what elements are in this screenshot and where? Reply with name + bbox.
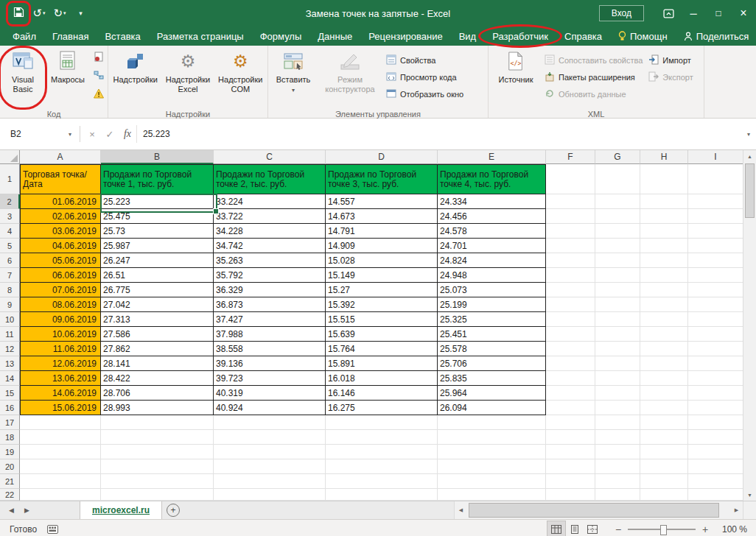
cell-F11[interactable] [546, 327, 595, 342]
cell-G7[interactable] [595, 268, 640, 283]
cell-D16[interactable]: 16.275 [326, 401, 438, 415]
cell-H3[interactable] [640, 209, 688, 224]
cell-D18[interactable] [326, 430, 438, 445]
row-header-14[interactable]: 14 [0, 371, 20, 386]
cell-G14[interactable] [595, 371, 640, 386]
row-header-4[interactable]: 4 [0, 224, 20, 239]
cell-E17[interactable] [438, 415, 546, 430]
cell-B16[interactable]: 28.993 [101, 401, 214, 415]
cell-A18[interactable] [20, 430, 101, 445]
cell-I15[interactable] [688, 386, 743, 401]
row-header-10[interactable]: 10 [0, 312, 20, 327]
cell-I22[interactable] [688, 489, 743, 501]
macro-security-button[interactable] [91, 88, 106, 102]
view-normal-button[interactable] [547, 521, 566, 536]
customize-qat-button[interactable]: ▾ [71, 4, 89, 23]
cell-H13[interactable] [640, 356, 688, 371]
cell-F22[interactable] [546, 489, 595, 501]
cell-B1[interactable]: Продажи по Торговой точке 1, тыс. руб. [101, 164, 214, 194]
cell-G11[interactable] [595, 327, 640, 342]
cell-A2[interactable]: 01.06.2019 [20, 194, 101, 209]
undo-button[interactable]: ↺▾ [30, 4, 48, 23]
cell-F8[interactable] [546, 283, 595, 297]
hscroll-right-icon[interactable]: ▶ [730, 501, 743, 519]
scroll-down-icon[interactable]: ▼ [743, 489, 756, 501]
cell-B18[interactable] [101, 430, 214, 445]
cell-A19[interactable] [20, 445, 101, 459]
cell-C16[interactable]: 40.924 [214, 401, 326, 415]
tab-assistant[interactable]: Помощн [610, 27, 676, 46]
cell-E9[interactable]: 25.199 [438, 297, 546, 312]
cell-A14[interactable]: 13.06.2019 [20, 371, 101, 386]
cell-D4[interactable]: 14.791 [326, 224, 438, 239]
view-page-layout-button[interactable] [566, 521, 584, 536]
cell-G16[interactable] [595, 401, 640, 415]
column-header-H[interactable]: H [640, 150, 688, 164]
cell-H9[interactable] [640, 297, 688, 312]
cell-F12[interactable] [546, 342, 595, 356]
cell-H21[interactable] [640, 474, 688, 489]
cell-I18[interactable] [688, 430, 743, 445]
cell-C10[interactable]: 37.427 [214, 312, 326, 327]
cell-B17[interactable] [101, 415, 214, 430]
cell-E8[interactable]: 25.073 [438, 283, 546, 297]
cell-I5[interactable] [688, 239, 743, 253]
excel-addins-button[interactable]: ⚙ Надстройки Excel [161, 46, 214, 109]
horizontal-scroll-track[interactable] [467, 501, 730, 519]
redo-button[interactable]: ↻▾ [51, 4, 69, 23]
cell-F7[interactable] [546, 268, 595, 283]
cell-G19[interactable] [595, 445, 640, 459]
cell-I19[interactable] [688, 445, 743, 459]
cell-B8[interactable]: 26.775 [101, 283, 214, 297]
cell-B13[interactable]: 28.141 [101, 356, 214, 371]
cell-C11[interactable]: 37.988 [214, 327, 326, 342]
view-page-break-button[interactable] [584, 521, 601, 536]
cell-F4[interactable] [546, 224, 595, 239]
cell-B20[interactable] [101, 459, 214, 474]
cell-D7[interactable]: 15.149 [326, 268, 438, 283]
tab-home[interactable]: Главная [44, 27, 97, 46]
cell-I20[interactable] [688, 459, 743, 474]
view-code-button[interactable]: Просмотр кода [383, 68, 466, 85]
cell-F2[interactable] [546, 194, 595, 209]
map-properties-button[interactable]: Сопоставить свойства [542, 52, 645, 68]
cell-G13[interactable] [595, 356, 640, 371]
cell-F16[interactable] [546, 401, 595, 415]
vertical-scroll-thumb[interactable] [745, 163, 755, 218]
cell-C21[interactable] [214, 474, 326, 489]
cell-H15[interactable] [640, 386, 688, 401]
zoom-slider[interactable] [628, 523, 696, 535]
cell-H10[interactable] [640, 312, 688, 327]
cell-H6[interactable] [640, 253, 688, 268]
cell-F9[interactable] [546, 297, 595, 312]
cell-F15[interactable] [546, 386, 595, 401]
row-header-3[interactable]: 3 [0, 209, 20, 224]
cell-E14[interactable]: 25.835 [438, 371, 546, 386]
cell-B11[interactable]: 27.586 [101, 327, 214, 342]
sheet-nav-right-icon[interactable]: ▶ [24, 507, 29, 514]
cell-C20[interactable] [214, 459, 326, 474]
column-header-F[interactable]: F [546, 150, 595, 164]
cell-E1[interactable]: Продажи по Торговой точке 4, тыс. руб. [438, 164, 546, 194]
cell-H16[interactable] [640, 401, 688, 415]
new-sheet-button[interactable]: + [162, 501, 184, 519]
cell-I8[interactable] [688, 283, 743, 297]
cell-I21[interactable] [688, 474, 743, 489]
cell-E11[interactable]: 25.451 [438, 327, 546, 342]
cell-G6[interactable] [595, 253, 640, 268]
cell-B22[interactable] [101, 489, 214, 501]
cell-B6[interactable]: 26.247 [101, 253, 214, 268]
cell-H20[interactable] [640, 459, 688, 474]
cell-B19[interactable] [101, 445, 214, 459]
cell-E12[interactable]: 25.578 [438, 342, 546, 356]
cell-B2[interactable]: 25.223 [101, 194, 214, 209]
row-header-1[interactable]: 1 [0, 164, 20, 194]
cell-D21[interactable] [326, 474, 438, 489]
row-header-2[interactable]: 2 [0, 194, 20, 209]
cell-E10[interactable]: 25.325 [438, 312, 546, 327]
cell-G18[interactable] [595, 430, 640, 445]
design-mode-button[interactable]: Режим конструктора [317, 46, 383, 109]
cell-C18[interactable] [214, 430, 326, 445]
com-addins-button[interactable]: ⚙ Надстройки COM [215, 46, 266, 109]
addins-button[interactable]: Надстройки [110, 46, 161, 109]
